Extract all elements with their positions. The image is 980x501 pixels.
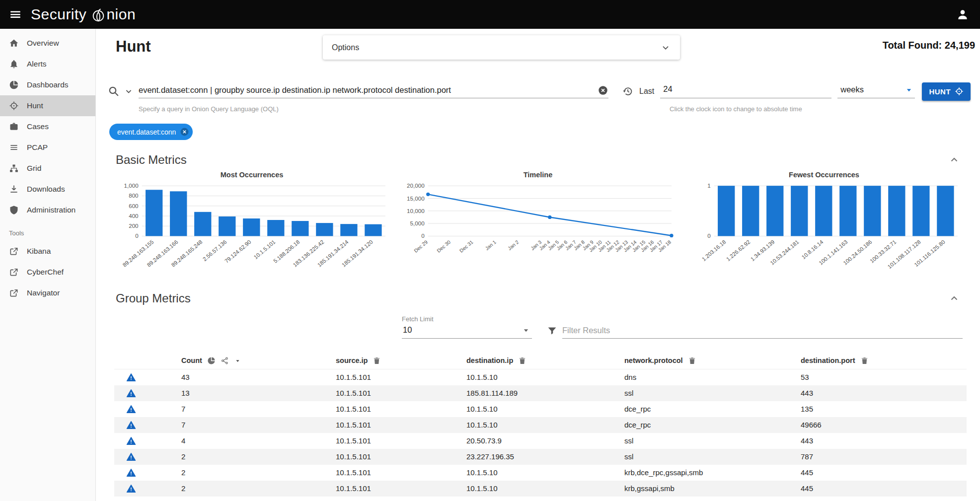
warning-icon[interactable] [126,372,136,382]
sidebar-item-hunt[interactable]: Hunt [0,95,95,116]
timeline-plot: 05,00010,00015,00020,000Dec 29Dec 30Dec … [401,180,675,286]
column-header-count[interactable]: Count [164,357,318,365]
shield-icon [9,205,19,215]
delete-column-icon[interactable] [518,357,527,365]
table-row[interactable]: 710.1.5.10110.1.5.10dce_rpc135 [114,401,967,417]
crosshair-icon [9,101,19,111]
table-row[interactable]: 210.1.5.10123.227.196.35ssl787 [114,449,967,465]
cell-destination-port: 443 [783,389,967,397]
filter-chip-label: event.dataset:conn [117,128,176,136]
sidebar-item-cases[interactable]: Cases [0,116,95,137]
filter-chip[interactable]: event.dataset:conn [109,124,193,140]
sidebar-nav: OverviewAlertsDashboardsHuntCasesPCAPGri… [0,33,95,220]
sidebar-tool-kibana[interactable]: Kibana [0,241,95,262]
column-label: network.protocol [624,357,683,364]
cell-destination-port: 445 [783,484,967,493]
caret-down-icon[interactable] [234,357,241,364]
filter-icon [547,325,557,336]
results-table-body: 4310.1.5.10110.1.5.10dns531310.1.5.10118… [114,369,967,497]
cell-network-protocol: ssl [607,389,783,397]
table-row[interactable]: 410.1.5.10120.50.73.9ssl443 [114,433,967,449]
warning-icon[interactable] [126,404,136,414]
cell-destination-port: 135 [783,405,967,413]
external-link-icon [9,288,19,298]
chip-close-icon[interactable] [180,127,189,137]
clear-query-icon[interactable] [598,85,608,96]
table-row[interactable]: 710.1.5.10110.1.5.10dce_rpc49666 [114,417,967,433]
group-metrics-title: Group Metrics [116,291,191,305]
column-header-destination-ip[interactable]: destination.ip [449,357,607,365]
cell-count: 4 [164,436,318,445]
query-type-icon[interactable] [124,86,134,96]
sidebar-tool-cyberchef[interactable]: CyberChef [0,262,95,283]
collapse-basic-metrics-icon[interactable] [948,154,960,166]
table-row[interactable]: 1310.1.5.101185.81.114.189ssl443 [114,385,967,401]
svg-text:10.1.5.101: 10.1.5.101 [253,239,277,260]
delete-column-icon[interactable] [688,357,696,365]
delete-column-icon[interactable] [373,357,381,365]
options-select[interactable]: Options [323,35,680,60]
filter-chip-row: event.dataset:conn [109,124,980,140]
sidebar-item-label: Overview [27,39,59,48]
column-header-destination-port[interactable]: destination.port [783,357,967,365]
svg-text:Dec 30: Dec 30 [436,239,452,253]
app-logo: Security nion [31,6,136,23]
query-input[interactable] [139,85,598,95]
table-row[interactable]: 210.1.5.10110.1.5.10krb,dce_rpc,gssapi,s… [114,465,967,481]
bell-icon [9,59,19,69]
cell-network-protocol: krb,dce_rpc,gssapi,smb [607,468,783,477]
warning-icon[interactable] [126,388,136,398]
cell-network-protocol: krb,gssapi,smb [607,484,783,493]
logo-text-left: Security [31,6,86,23]
warning-icon[interactable] [126,436,136,446]
svg-text:Jan 1: Jan 1 [484,239,497,251]
pie-chart-icon[interactable] [207,357,216,365]
collapse-group-metrics-icon[interactable] [948,292,960,304]
sidebar-item-alerts[interactable]: Alerts [0,54,95,74]
table-row[interactable]: 210.1.5.10110.1.5.10krb,gssapi,smb445 [114,481,967,497]
cell-destination-ip: 20.50.73.9 [449,436,607,445]
chart-title: Most Occurrences [115,171,389,179]
sidebar-item-administration[interactable]: Administration [0,200,95,220]
cell-source-ip: 10.1.5.101 [318,452,449,461]
cell-count: 7 [164,421,318,429]
cell-destination-ip: 185.81.114.189 [449,389,607,397]
time-unit-select[interactable]: weeks [837,85,915,98]
filter-results-input[interactable] [562,323,963,339]
fewest-occurrences-plot: 011.203.16.181.226.62.921.34.93.13910.53… [687,180,961,286]
sidebar-item-pcap[interactable]: PCAP [0,137,95,158]
basic-metrics-charts: Most Occurrences 02004006008001,00089.24… [96,167,980,286]
sidebar-item-dashboards[interactable]: Dashboards [0,74,95,95]
cell-source-ip: 10.1.5.101 [318,389,449,397]
time-value-input[interactable] [660,84,831,98]
sitemap-icon [9,163,19,173]
sidebar-item-grid[interactable]: Grid [0,158,95,179]
home-icon [9,38,19,48]
cell-network-protocol: ssl [607,452,783,461]
column-header-source-ip[interactable]: source.ip [318,357,449,365]
warning-icon[interactable] [126,484,136,494]
svg-text:Dec 29: Dec 29 [413,239,429,253]
fetch-limit-select[interactable]: Fetch Limit 10 [402,315,532,339]
group-option-icon[interactable] [221,357,229,365]
column-header-network-protocol[interactable]: network.protocol [607,357,783,365]
table-row[interactable]: 4310.1.5.10110.1.5.10dns53 [114,369,967,385]
group-metrics-header: Group Metrics [96,291,980,305]
delete-column-icon[interactable] [860,357,869,365]
cell-destination-ip: 10.1.5.10 [449,484,607,493]
menu-icon[interactable] [0,0,31,29]
user-icon[interactable] [956,8,969,21]
search-icon[interactable] [108,85,120,97]
onion-logo-icon [91,7,106,22]
warning-icon[interactable] [126,452,136,462]
hunt-button[interactable]: HUNT [922,82,971,101]
sidebar-item-overview[interactable]: Overview [0,33,95,54]
history-icon[interactable] [622,86,633,97]
svg-text:0: 0 [421,232,425,239]
svg-text:600: 600 [129,203,139,209]
sidebar-tool-navigator[interactable]: Navigator [0,283,95,303]
warning-icon[interactable] [126,420,136,430]
warning-icon[interactable] [126,468,136,478]
sidebar-item-downloads[interactable]: Downloads [0,179,95,200]
cell-network-protocol: dns [607,373,783,381]
